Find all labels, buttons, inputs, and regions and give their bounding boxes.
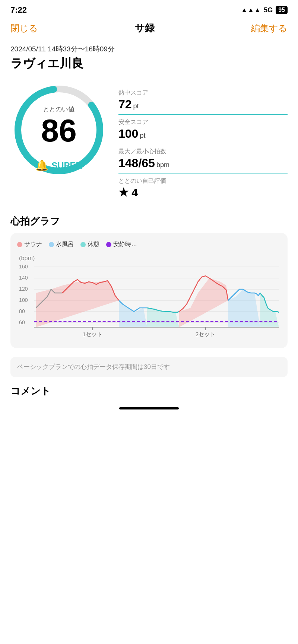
comment-section: コメント — [0, 377, 298, 401]
graph-section: 心拍グラフ サウナ 水風呂 休憩 安静時… ( — [0, 206, 298, 352]
nav-bar: 閉じる サ録 編集する — [0, 18, 298, 41]
super-text: SUPER — [51, 160, 82, 171]
battery-badge: 95 — [276, 6, 288, 14]
status-bar: 7:22 ▲▲▲ 5G 95 — [0, 0, 298, 18]
legend-dot-sauna — [17, 242, 22, 247]
home-bar — [119, 407, 179, 409]
legend-resting-hr: 安静時… — [106, 240, 137, 248]
graph-legend: サウナ 水風呂 休憩 安静時… — [17, 240, 281, 248]
edit-button[interactable]: 編集する — [251, 22, 288, 34]
svg-text:2セット: 2セット — [196, 331, 216, 337]
legend-dot-rest — [80, 242, 86, 247]
legend-cold: 水風呂 — [49, 240, 74, 248]
chart-svg: (bpm) 160 140 120 100 80 60 — [17, 253, 281, 342]
score-item-enthusiasm: 熱中スコア 72pt — [118, 85, 288, 115]
score-section: ととのい値 86 🔔 SUPER 熱中スコア 72pt 安全スコア 100pt … — [0, 74, 298, 206]
status-right: ▲▲▲ 5G 95 — [241, 6, 288, 14]
score-item-heartrate: 最大／最小心拍数 148/65bpm — [118, 144, 288, 173]
score-star-value: ★ 4 — [118, 186, 288, 199]
score-details: 熱中スコア 72pt 安全スコア 100pt 最大／最小心拍数 148/65bp… — [118, 82, 288, 202]
svg-text:100: 100 — [19, 297, 28, 303]
super-badge: 🔔 SUPER — [35, 159, 82, 172]
legend-rest: 休憩 — [80, 240, 99, 248]
info-note-text: ベーシックプランでの心拍データ保存期間は30日です — [17, 363, 170, 370]
score-item-safety: 安全スコア 100pt — [118, 115, 288, 144]
circle-value: 86 — [41, 112, 77, 148]
svg-text:80: 80 — [19, 308, 25, 314]
score-item-self-eval: ととのい自己評価 ★ 4 — [118, 173, 288, 202]
chart-area: (bpm) 160 140 120 100 80 60 — [17, 253, 281, 342]
comment-title: コメント — [10, 385, 288, 398]
svg-text:60: 60 — [19, 319, 25, 325]
circle-gauge: ととのい値 86 🔔 SUPER — [10, 82, 107, 178]
info-note: ベーシックプランでの心拍データ保存期間は30日です — [10, 357, 288, 377]
super-icon: 🔔 — [35, 159, 48, 172]
legend-label-cold: 水風呂 — [56, 240, 74, 248]
score-value: 148/65bpm — [118, 156, 288, 170]
network-type: 5G — [264, 6, 273, 14]
svg-text:160: 160 — [19, 264, 28, 270]
graph-title: 心拍グラフ — [10, 215, 288, 228]
score-value: 72pt — [118, 98, 288, 111]
signal-icon: ▲▲▲ — [241, 6, 261, 14]
home-indicator — [0, 401, 298, 413]
svg-text:1セット: 1セット — [82, 331, 102, 337]
status-time: 7:22 — [10, 5, 27, 15]
legend-sauna: サウナ — [17, 240, 42, 248]
venue-name: ラヴィエ川良 — [10, 55, 288, 72]
score-label: 安全スコア — [118, 118, 288, 126]
svg-text:(bpm): (bpm) — [19, 255, 35, 261]
svg-text:140: 140 — [19, 275, 28, 281]
circle-label: ととのい値 86 — [41, 105, 77, 146]
legend-label-rest: 休憩 — [88, 240, 99, 248]
legend-dot-cold — [49, 242, 54, 247]
legend-dot-resting — [106, 242, 111, 247]
svg-marker-18 — [147, 308, 179, 327]
score-label: ととのい自己評価 — [118, 177, 288, 185]
svg-marker-16 — [36, 281, 119, 327]
score-label: 熱中スコア — [118, 89, 288, 97]
close-button[interactable]: 閉じる — [10, 22, 38, 34]
score-value: 100pt — [118, 127, 288, 141]
session-date: 2024/05/11 14時33分〜16時09分 — [10, 44, 288, 54]
score-label: 最大／最小心拍数 — [118, 148, 288, 156]
nav-title: サ録 — [135, 22, 155, 35]
date-venue: 2024/05/11 14時33分〜16時09分 ラヴィエ川良 — [0, 41, 298, 74]
svg-marker-21 — [260, 293, 279, 327]
graph-card: サウナ 水風呂 休憩 安静時… (bpm) 160 140 120 — [10, 233, 288, 348]
svg-text:120: 120 — [19, 286, 28, 292]
legend-label-resting: 安静時… — [113, 240, 137, 248]
legend-label-sauna: サウナ — [24, 240, 42, 248]
